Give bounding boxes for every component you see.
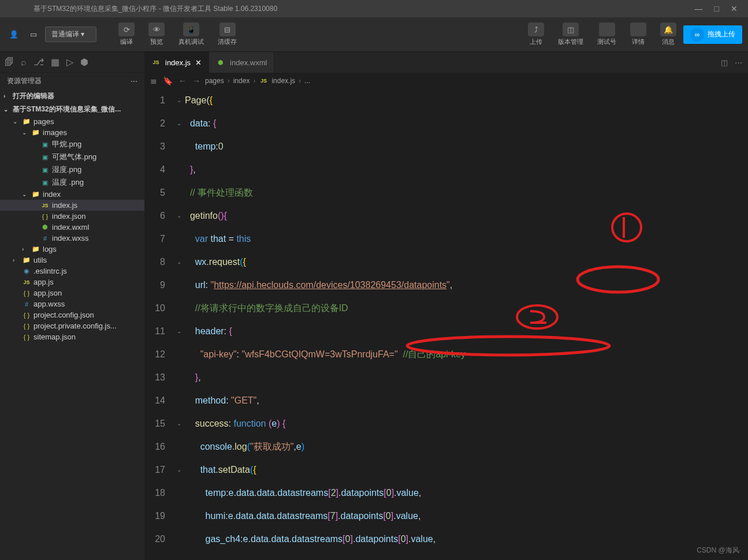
compile-mode-select[interactable]: 普通编译 ▾ bbox=[45, 27, 96, 42]
tree-item-index.js[interactable]: JSindex.js bbox=[0, 200, 144, 211]
toolbar-right-详情[interactable]: 详情 bbox=[623, 20, 653, 48]
upload-badge[interactable]: ∞ 拖拽上传 bbox=[683, 25, 742, 44]
fold-icon[interactable]: ⌄ bbox=[173, 458, 185, 481]
action-icon: ◫ bbox=[563, 23, 579, 36]
wxss-icon: # bbox=[40, 235, 50, 242]
open-editors-section[interactable]: › 打开的编辑器 bbox=[0, 89, 144, 103]
toolbar-action-预览[interactable]: 👁预览 bbox=[142, 20, 172, 48]
action-icon: ⊟ bbox=[219, 23, 236, 36]
breadcrumb-item[interactable]: ... bbox=[304, 77, 310, 85]
tab-index.wxml[interactable]: ⬢index.wxml bbox=[209, 52, 274, 73]
editor-tabs: JSindex.js✕⬢index.wxml ◫ ⋯ bbox=[144, 52, 748, 73]
debug-icon[interactable]: ▷ bbox=[66, 57, 73, 68]
breadcrumb-path[interactable]: pages›index›JSindex.js›... bbox=[205, 77, 310, 85]
tree-item-logs[interactable]: ›📁logs bbox=[0, 244, 144, 255]
tree-item-.eslintrc.js[interactable]: ◉.eslintrc.js bbox=[0, 266, 144, 277]
maximize-icon[interactable]: □ bbox=[714, 4, 719, 13]
tree-item-温度 .png[interactable]: ▣温度 .png bbox=[0, 176, 144, 189]
toolbar-action-编译[interactable]: ⟳编译 bbox=[111, 20, 142, 48]
chevron-down-icon: ▾ bbox=[81, 30, 84, 38]
tree-item-index.wxss[interactable]: #index.wxss bbox=[0, 233, 144, 244]
search-icon[interactable]: ⌕ bbox=[21, 57, 27, 68]
tree-item-湿度.png[interactable]: ▣湿度.png bbox=[0, 163, 144, 176]
user-icon[interactable]: 👤 bbox=[6, 27, 22, 43]
code-line[interactable]: }, bbox=[185, 366, 748, 389]
tab-index.js[interactable]: JSindex.js✕ bbox=[144, 52, 209, 73]
fold-icon bbox=[173, 435, 185, 458]
tree-item-app.js[interactable]: JSapp.js bbox=[0, 277, 144, 288]
code-line[interactable]: var that = this bbox=[185, 227, 748, 251]
img-icon: ▣ bbox=[40, 166, 50, 174]
code-editor[interactable]: 1234567891011121314151617181920 ⌄⌄⌄⌄⌄⌄⌄ … bbox=[144, 89, 748, 560]
branch-icon[interactable]: ⎇ bbox=[34, 57, 44, 68]
simulator-icon[interactable]: ▭ bbox=[25, 27, 42, 43]
nav-back-icon[interactable]: ← bbox=[178, 76, 187, 85]
breadcrumb-item[interactable]: pages bbox=[205, 77, 224, 85]
fold-icon[interactable]: ⌄ bbox=[173, 320, 185, 343]
tree-item-app.wxss[interactable]: #app.wxss bbox=[0, 298, 144, 309]
img-icon: ▣ bbox=[40, 154, 50, 161]
toolbar-right-版本管理[interactable]: ◫版本管理 bbox=[551, 20, 590, 48]
code-line[interactable]: console.log("获取成功",e) bbox=[185, 435, 748, 458]
close-icon[interactable]: ✕ bbox=[731, 4, 738, 13]
more-icon[interactable]: ⋯ bbox=[131, 77, 137, 85]
code-line[interactable]: // 事件处理函数 bbox=[185, 181, 748, 204]
code-line[interactable]: getinfo(){ bbox=[185, 204, 748, 227]
minimize-icon[interactable]: — bbox=[695, 4, 703, 13]
code-line[interactable]: data: { bbox=[185, 112, 748, 135]
code-line[interactable]: gas_ch4:e.data.data.datastreams[0].datap… bbox=[185, 528, 748, 551]
bookmark-icon[interactable]: 🔖 bbox=[163, 76, 173, 85]
project-section[interactable]: ⌄ 基于STM32的环境信息采集_微信... bbox=[0, 103, 144, 116]
code-line[interactable]: method: "GET", bbox=[185, 389, 748, 412]
fold-icon[interactable]: ⌄ bbox=[173, 204, 185, 227]
fold-icon[interactable]: ⌄ bbox=[173, 89, 185, 112]
list-icon[interactable]: ≣ bbox=[150, 76, 157, 85]
tree-item-project.config.json[interactable]: { }project.config.json bbox=[0, 309, 144, 320]
more-tabs-icon[interactable]: ⋯ bbox=[735, 58, 742, 67]
extensions-icon[interactable]: ▦ bbox=[51, 57, 59, 68]
toolbar-action-真机调试[interactable]: 📱真机调试 bbox=[172, 20, 211, 48]
code-line[interactable]: wx.request({ bbox=[185, 251, 748, 274]
files-icon[interactable]: 🗐 bbox=[5, 57, 14, 68]
code-line[interactable]: success: function (e) { bbox=[185, 412, 748, 435]
breadcrumb-item[interactable]: index.js bbox=[271, 77, 295, 85]
code-line[interactable]: Page({ bbox=[185, 89, 748, 112]
code-line[interactable]: "api-key": "wfsF4bCGtQIQmW=3wTsPnrdjuFA=… bbox=[185, 343, 748, 366]
tree-item-images[interactable]: ⌄📁images bbox=[0, 127, 144, 138]
tree-item-甲烷.png[interactable]: ▣甲烷.png bbox=[0, 138, 144, 151]
tree-item-pages[interactable]: ⌄📁pages bbox=[0, 116, 144, 127]
tree-item-index.json[interactable]: { }index.json bbox=[0, 211, 144, 222]
editor-area: JSindex.js✕⬢index.wxml ◫ ⋯ ≣ 🔖 ← → pages… bbox=[144, 52, 748, 560]
code-line[interactable]: }, bbox=[185, 158, 748, 181]
breadcrumb-item[interactable]: index bbox=[233, 77, 250, 85]
json-icon: { } bbox=[22, 312, 31, 319]
tree-item-app.json[interactable]: { }app.json bbox=[0, 288, 144, 298]
tree-item-可燃气体.png[interactable]: ▣可燃气体.png bbox=[0, 151, 144, 163]
toolbar-right-上传[interactable]: ⤴上传 bbox=[521, 20, 551, 48]
toolbar-action-清缓存[interactable]: ⊟清缓存 bbox=[211, 20, 244, 48]
split-editor-icon[interactable]: ◫ bbox=[721, 58, 728, 67]
code-line[interactable]: url: "https://api.heclouds.com/devices/1… bbox=[185, 274, 748, 297]
action-icon: 👁 bbox=[148, 23, 165, 36]
code-line[interactable]: that.setData({ bbox=[185, 458, 748, 481]
tree-item-project.private.config.js...[interactable]: { }project.private.config.js... bbox=[0, 320, 144, 331]
code-line[interactable]: temp:0 bbox=[185, 135, 748, 158]
fold-icon[interactable]: ⌄ bbox=[173, 412, 185, 435]
toolbar-right-消息[interactable]: 🔔消息 bbox=[653, 20, 683, 48]
toolbar-right-测试号[interactable]: 测试号 bbox=[590, 20, 623, 48]
code-line[interactable]: humi:e.data.data.datastreams[7].datapoin… bbox=[185, 505, 748, 528]
code-line[interactable]: temp:e.data.data.datastreams[2].datapoin… bbox=[185, 481, 748, 505]
tree-item-index.wxml[interactable]: ⬢index.wxml bbox=[0, 222, 144, 233]
fold-icon[interactable]: ⌄ bbox=[173, 251, 185, 274]
docker-icon[interactable]: ⬢ bbox=[80, 57, 88, 68]
tree-item-sitemap.json[interactable]: { }sitemap.json bbox=[0, 331, 144, 342]
action-icon: 🔔 bbox=[660, 23, 676, 36]
code-line[interactable]: header: { bbox=[185, 320, 748, 343]
code-line[interactable]: //将请求行中的数字换成自己的设备ID bbox=[185, 297, 748, 320]
close-tab-icon[interactable]: ✕ bbox=[195, 58, 202, 67]
nav-forward-icon[interactable]: → bbox=[192, 76, 200, 85]
tree-item-utils[interactable]: ›📁utils bbox=[0, 255, 144, 266]
fold-icon[interactable]: ⌄ bbox=[173, 112, 185, 135]
tree-item-index[interactable]: ⌄📁index bbox=[0, 189, 144, 200]
wxml-icon: ⬢ bbox=[40, 223, 50, 231]
